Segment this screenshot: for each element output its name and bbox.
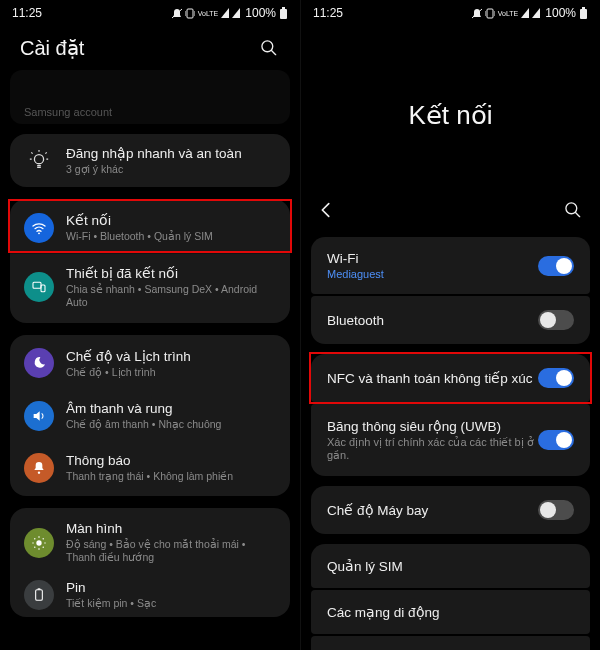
nav-row bbox=[301, 197, 600, 237]
sim-setting[interactable]: Quản lý SIM bbox=[311, 544, 590, 588]
status-time: 11:25 bbox=[12, 6, 42, 20]
airplane-label: Chế độ Máy bay bbox=[327, 502, 428, 518]
search-icon bbox=[259, 38, 279, 58]
wifi-sub: Mediaguest bbox=[327, 268, 384, 280]
modes-title: Chế độ và Lịch trình bbox=[66, 348, 191, 364]
battery-setting-icon bbox=[24, 580, 54, 610]
modes-sub: Chế độ • Lịch trình bbox=[66, 366, 191, 379]
nfc-toggle[interactable] bbox=[538, 368, 574, 388]
data-usage-setting[interactable]: Sử dụng dữ liệu bbox=[311, 636, 590, 650]
mobile-label: Các mạng di động bbox=[327, 604, 440, 620]
modes-row[interactable]: Chế độ và Lịch trình Chế độ • Lịch trình bbox=[10, 337, 290, 390]
bluetooth-label: Bluetooth bbox=[327, 313, 384, 328]
nfc-setting[interactable]: NFC và thanh toán không tiếp xúc bbox=[311, 354, 590, 402]
svg-point-8 bbox=[38, 471, 40, 473]
volte-badge: VoLTE bbox=[498, 10, 519, 17]
general-group-card: Chế độ và Lịch trình Chế độ • Lịch trình… bbox=[10, 335, 290, 496]
samsung-account-label: Samsung account bbox=[24, 106, 112, 124]
search-button[interactable] bbox=[562, 199, 584, 221]
display-row[interactable]: Màn hình Độ sáng • Bảo vệ cho mắt thoải … bbox=[10, 510, 290, 575]
airplane-toggle[interactable] bbox=[538, 500, 574, 520]
bluetooth-setting[interactable]: Bluetooth bbox=[311, 296, 590, 344]
bell-off-icon bbox=[472, 8, 482, 19]
settings-screen: 11:25 VoLTE 100% Cài đặt Samsung account… bbox=[0, 0, 300, 650]
sound-sub: Chế độ âm thanh • Nhạc chuông bbox=[66, 418, 221, 431]
bell-icon bbox=[24, 453, 54, 483]
battery-percent-right: 100% bbox=[545, 6, 576, 20]
sim-label: Quản lý SIM bbox=[327, 558, 403, 574]
connected-sub: Chia sẻ nhanh • Samsung DeX • Android Au… bbox=[66, 283, 276, 309]
volume-icon bbox=[24, 401, 54, 431]
status-bar-right: 11:25 VoLTE 100% bbox=[301, 0, 600, 22]
bluetooth-toggle[interactable] bbox=[538, 310, 574, 330]
notifications-row[interactable]: Thông báo Thanh trạng thái • Không làm p… bbox=[10, 442, 290, 494]
notif-title: Thông báo bbox=[66, 453, 233, 468]
svg-rect-14 bbox=[582, 7, 585, 9]
battery-row[interactable]: Pin Tiết kiệm pin • Sạc bbox=[10, 575, 290, 615]
wifi-setting[interactable]: Wi-Fi Mediaguest bbox=[311, 237, 590, 294]
status-time-right: 11:25 bbox=[313, 6, 343, 20]
page-title-large: Kết nối bbox=[301, 22, 600, 197]
display-title: Màn hình bbox=[66, 521, 276, 536]
svg-rect-6 bbox=[33, 283, 41, 289]
connections-screen: 11:25 VoLTE 100% Kết nối Wi-Fi Mediagues… bbox=[300, 0, 600, 650]
signal-2-icon bbox=[532, 8, 540, 18]
suggestion-sub: 3 gợi ý khác bbox=[66, 163, 242, 176]
nfc-label: NFC và thanh toán không tiếp xúc bbox=[327, 370, 533, 386]
battery-percent: 100% bbox=[245, 6, 276, 20]
sound-title: Âm thanh và rung bbox=[66, 401, 221, 416]
bulb-icon bbox=[24, 146, 54, 176]
vibrate-on-icon bbox=[185, 8, 195, 19]
svg-rect-11 bbox=[38, 588, 41, 589]
volte-badge: VoLTE bbox=[198, 10, 219, 17]
notif-sub: Thanh trạng thái • Không làm phiền bbox=[66, 470, 233, 483]
status-bar: 11:25 VoLTE 100% bbox=[0, 0, 300, 22]
battery-icon bbox=[279, 7, 288, 20]
suggestion-title: Đăng nhập nhanh và an toàn bbox=[66, 145, 242, 161]
display-sub: Độ sáng • Bảo vệ cho mắt thoải mái • Tha… bbox=[66, 538, 276, 564]
title-row: Cài đặt bbox=[0, 22, 300, 70]
signal-1-icon bbox=[521, 8, 529, 18]
wifi-label: Wi-Fi bbox=[327, 251, 384, 266]
connected-title: Thiết bị đã kết nối bbox=[66, 265, 276, 281]
vibrate-on-icon bbox=[485, 8, 495, 19]
brightness-icon bbox=[24, 528, 54, 558]
devices-icon bbox=[24, 272, 54, 302]
bell-off-icon bbox=[172, 8, 182, 19]
svg-point-4 bbox=[34, 154, 43, 163]
connections-row[interactable]: Kết nối Wi-Fi • Bluetooth • Quản lý SIM bbox=[10, 201, 290, 254]
uwb-toggle[interactable] bbox=[538, 430, 574, 450]
svg-rect-2 bbox=[282, 7, 285, 9]
mobile-networks-setting[interactable]: Các mạng di động bbox=[311, 590, 590, 634]
search-icon bbox=[563, 200, 583, 220]
svg-rect-10 bbox=[36, 590, 43, 601]
signal-1-icon bbox=[221, 8, 229, 18]
page-title: Cài đặt bbox=[20, 36, 84, 60]
wifi-icon bbox=[24, 213, 54, 243]
battery-title: Pin bbox=[66, 580, 156, 595]
connections-sub: Wi-Fi • Bluetooth • Quản lý SIM bbox=[66, 230, 213, 243]
svg-rect-1 bbox=[280, 9, 287, 19]
svg-rect-12 bbox=[487, 9, 493, 18]
svg-rect-7 bbox=[41, 285, 45, 292]
battery-sub: Tiết kiệm pin • Sạc bbox=[66, 597, 156, 610]
uwb-setting[interactable]: Băng thông siêu rộng (UWB) Xác định vị t… bbox=[311, 404, 590, 476]
svg-point-9 bbox=[36, 540, 41, 545]
sound-row[interactable]: Âm thanh và rung Chế độ âm thanh • Nhạc … bbox=[10, 390, 290, 442]
display-group-card: Màn hình Độ sáng • Bảo vệ cho mắt thoải … bbox=[10, 508, 290, 617]
status-icons-right: VoLTE 100% bbox=[172, 6, 288, 20]
chevron-left-icon bbox=[315, 199, 337, 221]
svg-rect-13 bbox=[580, 9, 587, 19]
signal-2-icon bbox=[232, 8, 240, 18]
airplane-setting[interactable]: Chế độ Máy bay bbox=[311, 486, 590, 534]
back-button[interactable] bbox=[313, 197, 339, 223]
account-card[interactable]: Samsung account bbox=[10, 70, 290, 124]
wifi-toggle[interactable] bbox=[538, 256, 574, 276]
connections-title: Kết nối bbox=[66, 212, 213, 228]
search-button[interactable] bbox=[258, 37, 280, 59]
connections-group-card: Kết nối Wi-Fi • Bluetooth • Quản lý SIM … bbox=[10, 199, 290, 322]
status-icons-right2: VoLTE 100% bbox=[472, 6, 588, 20]
connected-devices-row[interactable]: Thiết bị đã kết nối Chia sẻ nhanh • Sams… bbox=[10, 254, 290, 320]
suggestions-card[interactable]: Đăng nhập nhanh và an toàn 3 gợi ý khác bbox=[10, 134, 290, 187]
uwb-sub: Xác định vị trí chính xác của các thiết … bbox=[327, 436, 538, 462]
